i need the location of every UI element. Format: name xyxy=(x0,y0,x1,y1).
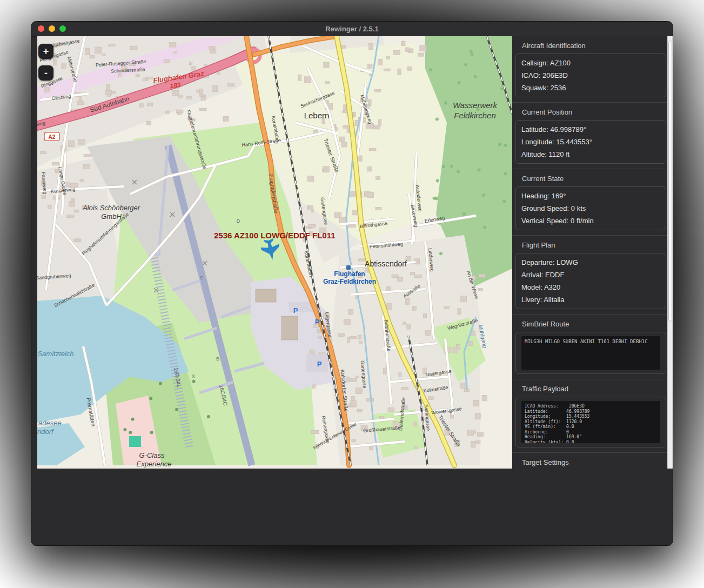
map-label: Graz-Feldkirchen xyxy=(323,278,376,285)
parking-icon: P xyxy=(317,360,322,368)
info-line: Vertical Speed: 0 ft/min xyxy=(521,215,660,227)
map-label: Experience xyxy=(136,460,171,468)
map-label: C xyxy=(200,275,204,280)
info-line: Ground Speed: 0 kts xyxy=(521,202,660,215)
section-box: ICAO Address: 206E3D Latitude: 46.998789… xyxy=(515,397,666,447)
aircraft-map-label: 2536 AZ100 LOWG/EDDF FL011 xyxy=(214,231,336,240)
map-label: B xyxy=(216,356,219,362)
sidebar-section: Flight PlanDeparture: LOWGArrival: EDDFM… xyxy=(512,235,673,309)
section-title: Aircraft Identification xyxy=(515,40,666,54)
info-line: Departure: LOWG xyxy=(521,256,660,269)
sidebar-section: Current PositionLatitude: 46.998789°Long… xyxy=(512,102,673,164)
info-line: Callsign: AZ100 xyxy=(521,57,660,69)
bottom-control-bar: Connected Map: OpenStreetMap ✓ Follow ✓ … xyxy=(31,469,673,546)
section-title: Current Position xyxy=(515,106,666,120)
map-label: adesee xyxy=(38,419,62,427)
sidebar-section: Current StateHeading: 169°Ground Speed: … xyxy=(512,169,673,230)
map-label: Abtissendorf xyxy=(365,259,407,268)
section-box: Callsign: AZ100ICAO: 206E3DSquawk: 2536 xyxy=(515,54,666,97)
section-box: MILG3H MILGO SUBEN AKINI T161 DEBHI DEBH… xyxy=(515,332,666,374)
map-label: Flughafen xyxy=(334,270,365,278)
section-title: Flight Plan xyxy=(515,239,666,253)
info-line: Squawk: 2536 xyxy=(521,82,660,94)
map-label: Lebern xyxy=(304,111,330,120)
map[interactable]: + - Flughafen Graz183Süd AutobahnA2Obstw… xyxy=(37,36,512,469)
info-line: Arrival: EDDF xyxy=(521,269,660,281)
map-canvas: Flughafen Graz183Süd AutobahnA2ObstwegMi… xyxy=(37,36,512,469)
sidebar-section: Traffic PayloadICAO Address: 206E3D Lati… xyxy=(512,379,673,447)
parking-icon: P xyxy=(293,306,298,315)
aircraft-info-sidebar: Aircraft IdentificationCallsign: AZ100IC… xyxy=(512,36,673,469)
section-title: SimBrief Route xyxy=(515,318,666,332)
app-window: Rewinger / 2.5.1 + - Flughafen Graz183Sü… xyxy=(31,21,673,546)
traffic-payload-display: ICAO Address: 206E3D Latitude: 46.998789… xyxy=(521,401,660,443)
section-title: Traffic Payload xyxy=(515,383,666,397)
window-title: Rewinger / 2.5.1 xyxy=(31,25,673,33)
info-line: Livery: Alitalia xyxy=(521,293,660,306)
simbrief-route-textarea[interactable]: MILG3H MILGO SUBEN AKINI T161 DEBHI DEBH… xyxy=(521,336,660,370)
map-label: ndorf xyxy=(37,427,54,436)
svg-text:A2: A2 xyxy=(49,134,56,140)
map-label: A2 xyxy=(44,132,59,141)
map-label: Wasserwerk xyxy=(453,101,498,110)
section-box: Heading: 169°Ground Speed: 0 ktsVertical… xyxy=(515,186,666,230)
sidebar-scrollbar[interactable] xyxy=(667,36,673,469)
info-line: Heading: 169° xyxy=(521,190,660,202)
title-bar: Rewinger / 2.5.1 xyxy=(31,22,673,37)
map-label: D xyxy=(237,218,240,224)
section-title: Current State xyxy=(515,173,666,186)
section-box: Latitude: 46.998789°Longitude: 15.443553… xyxy=(515,120,666,164)
map-label: Feldkirchen xyxy=(454,111,496,120)
info-line: Altitude: 1120 ft xyxy=(521,148,660,161)
map-label: X xyxy=(192,373,195,379)
map-label: G-Class xyxy=(139,451,165,459)
sidebar-scrollbar-thumb[interactable] xyxy=(668,41,672,322)
map-label: Alois Schönberger xyxy=(82,204,140,212)
map-label: Samitzteich xyxy=(37,350,73,358)
info-line: Latitude: 46.998789° xyxy=(521,123,660,136)
section-title: Target Settings xyxy=(515,457,666,469)
info-line: Longitude: 15.443553° xyxy=(521,136,660,148)
map-zoom-out-button[interactable]: - xyxy=(38,65,53,81)
section-box: Departure: LOWGArrival: EDDFModel: A320L… xyxy=(515,253,666,309)
info-line: ICAO: 206E3D xyxy=(521,69,660,82)
parking-icon: P xyxy=(315,318,320,326)
map-label: 183 xyxy=(170,81,182,90)
info-line: Model: A320 xyxy=(521,281,660,293)
sidebar-section: SimBrief RouteMILG3H MILGO SUBEN AKINI T… xyxy=(512,314,673,374)
sidebar-section: Aircraft IdentificationCallsign: AZ100IC… xyxy=(512,36,673,97)
sidebar-section: Target SettingsSpeed (kts):Heading (°):V… xyxy=(512,452,673,469)
map-zoom-in-button[interactable]: + xyxy=(38,44,53,59)
